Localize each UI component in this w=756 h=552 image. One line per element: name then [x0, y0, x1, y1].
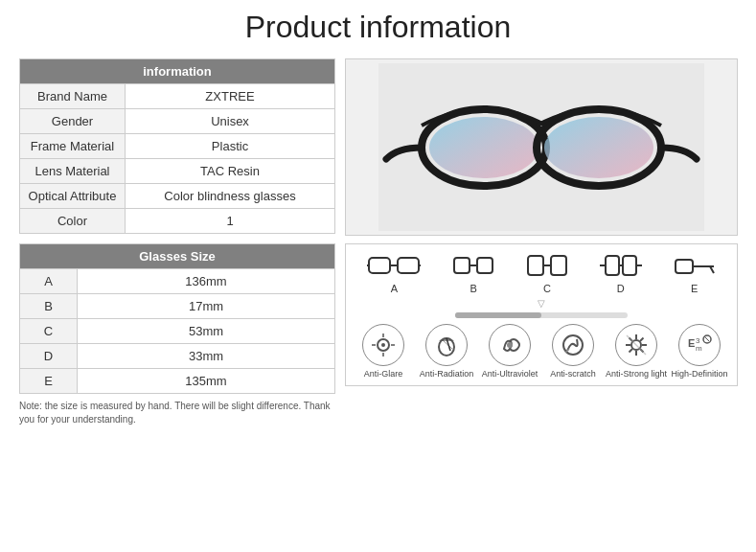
feature-high-definition: E 3 m High-Definition: [668, 324, 731, 380]
gender-label: Gender: [20, 109, 126, 134]
info-table-header: information: [20, 59, 335, 84]
feature-anti-uv: Anti-Ultraviolet: [478, 324, 541, 380]
info-table: information Brand Name ZXTREE Gender Uni…: [19, 58, 335, 234]
frame-material-value: Plastic: [126, 134, 335, 159]
svg-rect-5: [369, 258, 390, 273]
table-row: Lens Material TAC Resin: [20, 159, 335, 184]
svg-line-42: [640, 338, 644, 342]
anti-strong-light-icon: [615, 324, 657, 366]
svg-rect-0: [378, 63, 704, 231]
gender-value: Unisex: [126, 109, 335, 134]
frame-material-label: Frame Material: [20, 134, 126, 159]
product-image-box: [345, 58, 738, 236]
size-b-label: B: [20, 294, 78, 319]
table-row: A 136mm: [20, 269, 335, 294]
svg-point-2: [429, 117, 538, 178]
svg-point-33: [507, 342, 513, 348]
size-table: Glasses Size A 136mm B 17mm C 53mm D 33m…: [19, 243, 335, 394]
table-row: C 53mm: [20, 319, 335, 344]
optical-attribute-label: Optical Attribute: [20, 184, 126, 209]
feature-anti-glare: Anti-Glare: [352, 324, 415, 380]
size-diagram-d: D: [600, 252, 642, 294]
table-row: Color 1: [20, 209, 335, 234]
anti-glare-label: Anti-Glare: [364, 369, 403, 380]
anti-strong-light-label: Anti-Strong light: [606, 369, 667, 380]
page-title: Product information: [19, 10, 737, 45]
note-text: Note: the size is measured by hand. Ther…: [19, 400, 335, 426]
size-d-label: D: [20, 344, 78, 369]
size-table-header: Glasses Size: [20, 244, 335, 269]
table-row: Gender Unisex: [20, 109, 335, 134]
svg-rect-16: [606, 256, 619, 275]
feature-anti-scratch: Anti-scratch: [541, 324, 605, 380]
optical-attribute-value: Color blindness glasses: [126, 184, 335, 209]
feature-anti-radiation: Anti-Radiation: [415, 324, 478, 380]
size-c-label: C: [20, 319, 78, 344]
table-row: Optical Attribute Color blindness glasse…: [20, 184, 335, 209]
svg-line-23: [710, 266, 714, 273]
size-a-label: A: [20, 269, 78, 294]
size-diagram-c: C: [526, 252, 568, 294]
brand-label: Brand Name: [20, 84, 126, 109]
anti-radiation-label: Anti-Radiation: [420, 369, 474, 380]
size-d-value: 33mm: [78, 344, 335, 369]
progress-arrow: ▽: [352, 298, 731, 309]
bottom-right-panel: A B: [345, 243, 738, 386]
size-e-label: E: [20, 369, 78, 394]
size-label-b: B: [470, 283, 477, 294]
svg-rect-17: [623, 256, 636, 275]
product-image: [346, 59, 737, 235]
svg-rect-6: [398, 258, 419, 273]
brand-value: ZXTREE: [126, 84, 335, 109]
svg-rect-14: [551, 256, 566, 275]
table-row: B 17mm: [20, 294, 335, 319]
size-label-a: A: [391, 283, 398, 294]
svg-text:m: m: [696, 344, 702, 353]
progress-bar: [455, 312, 628, 318]
svg-point-25: [381, 343, 385, 347]
size-label-c: C: [543, 283, 551, 294]
progress-fill: [455, 312, 541, 318]
main-layout: information Brand Name ZXTREE Gender Uni…: [19, 58, 737, 426]
color-value: 1: [126, 209, 335, 234]
table-row: E 135mm: [20, 369, 335, 394]
lens-material-value: TAC Resin: [126, 159, 335, 184]
anti-scratch-label: Anti-scratch: [550, 369, 596, 380]
right-panel: A B: [345, 58, 738, 426]
size-diagram-b: B: [452, 252, 494, 294]
size-label-d: D: [617, 283, 625, 294]
svg-line-50: [705, 337, 709, 341]
svg-rect-10: [454, 258, 470, 273]
anti-glare-icon: [362, 324, 404, 366]
anti-uv-icon: [489, 324, 531, 366]
size-e-value: 135mm: [78, 369, 335, 394]
size-diagram-a: A: [367, 252, 421, 294]
anti-radiation-icon: [425, 324, 468, 366]
size-label-e: E: [691, 283, 698, 294]
color-label: Color: [20, 209, 126, 234]
table-row: D 33mm: [20, 344, 335, 369]
info-table-header-row: information: [20, 59, 335, 84]
size-table-header-row: Glasses Size: [20, 244, 335, 269]
svg-rect-13: [528, 256, 543, 275]
svg-rect-11: [477, 258, 493, 273]
size-a-value: 136mm: [78, 269, 335, 294]
anti-scratch-icon: [552, 324, 594, 366]
svg-point-4: [544, 117, 653, 178]
size-diagram: A B: [352, 252, 731, 294]
svg-text:E: E: [688, 337, 695, 349]
table-row: Brand Name ZXTREE: [20, 84, 335, 109]
size-b-value: 17mm: [78, 294, 335, 319]
anti-uv-label: Anti-Ultraviolet: [482, 369, 538, 380]
svg-line-43: [630, 349, 633, 353]
left-panel: information Brand Name ZXTREE Gender Uni…: [19, 58, 335, 426]
progress-bar-row: [352, 312, 731, 318]
lens-material-label: Lens Material: [20, 159, 126, 184]
high-definition-label: High-Definition: [671, 369, 727, 380]
features-row: Anti-Glare Anti-Radiation: [352, 324, 731, 380]
feature-anti-strong-light: Anti-Strong light: [605, 324, 668, 380]
size-c-value: 53mm: [78, 319, 335, 344]
svg-rect-21: [676, 260, 693, 273]
high-definition-icon: E 3 m: [678, 324, 721, 366]
size-diagram-e: E: [674, 252, 716, 294]
